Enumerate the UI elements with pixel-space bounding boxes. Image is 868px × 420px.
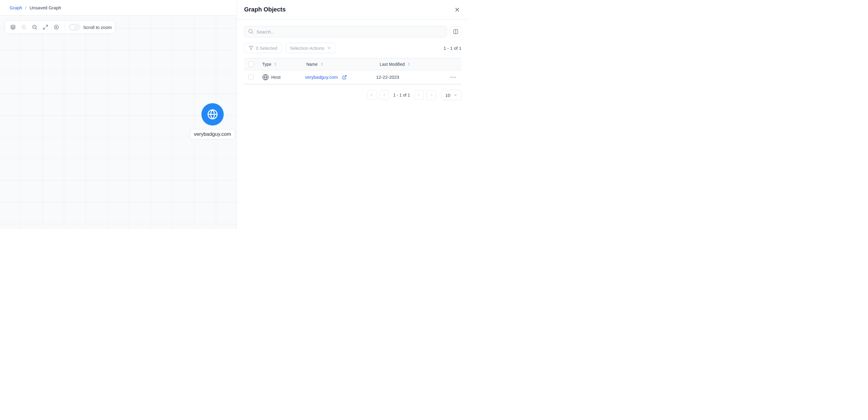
header-checkbox-cell (244, 61, 258, 67)
last-page-icon[interactable] (426, 90, 436, 100)
graph-node[interactable]: verybadguy.com (190, 103, 235, 139)
canvas-toolbar: Scroll to zoom (5, 21, 115, 34)
header-name-label: Name (306, 62, 317, 67)
panel-title: Graph Objects (244, 6, 286, 13)
search-icon (248, 29, 253, 35)
header-last-modified[interactable]: Last Modified (375, 62, 452, 67)
more-icon[interactable] (450, 76, 456, 79)
zoom-out-icon[interactable] (30, 22, 39, 32)
breadcrumb-separator: / (25, 5, 27, 10)
row-type-text: Host (271, 75, 281, 80)
graph-objects-panel: Graph Objects (237, 0, 469, 229)
row-date-text: 12-22-2023 (376, 75, 399, 80)
layers-icon[interactable] (8, 22, 18, 32)
svg-point-26 (455, 77, 456, 78)
svg-point-25 (453, 77, 453, 78)
search-box (244, 26, 447, 37)
search-input[interactable] (256, 29, 443, 34)
breadcrumb-root-link[interactable]: Graph (10, 5, 22, 10)
scroll-zoom-label: Scroll to zoom (83, 25, 112, 30)
prev-page-icon[interactable] (379, 90, 389, 100)
table-row[interactable]: Host verybadguy.com 12-22-2023 (244, 70, 461, 84)
selected-filter-chip[interactable]: 0 Selected (244, 43, 282, 53)
breadcrumb: Graph / Unsaved Graph (10, 5, 61, 10)
header-type[interactable]: Type (258, 62, 302, 67)
svg-line-17 (252, 32, 253, 33)
table-header: Type Name Last Modified (244, 58, 461, 70)
svg-line-9 (43, 28, 45, 29)
reset-icon[interactable] (52, 22, 61, 32)
scroll-zoom-toggle-wrap: Scroll to zoom (69, 24, 112, 30)
filter-left: 0 Selected Selection Actions (244, 43, 336, 53)
row-name-link[interactable]: verybadguy.com (305, 75, 338, 80)
pagination-range: 1 - 1 of 1 (392, 93, 412, 97)
panel-body: 0 Selected Selection Actions 1 - 1 of 1 … (237, 19, 469, 107)
globe-icon (201, 103, 224, 125)
svg-point-24 (451, 77, 452, 78)
breadcrumb-current: Unsaved Graph (30, 5, 61, 10)
page-size-value: 10 (445, 93, 450, 98)
search-row (244, 26, 461, 37)
svg-line-6 (36, 28, 36, 29)
svg-line-23 (344, 76, 346, 78)
header-type-label: Type (262, 62, 271, 67)
filter-row: 0 Selected Selection Actions 1 - 1 of 1 (244, 43, 461, 53)
selected-count-label: 0 Selected (256, 46, 277, 51)
pagination: 1 - 1 of 1 10 (244, 90, 461, 100)
zoom-in-icon[interactable] (19, 22, 29, 32)
chevron-down-icon (453, 93, 458, 97)
sort-icon (407, 62, 411, 66)
row-date-cell: 12-22-2023 (372, 75, 446, 80)
scroll-zoom-toggle[interactable] (69, 24, 80, 30)
svg-marker-0 (11, 25, 16, 27)
result-count: 1 - 1 of 1 (444, 46, 461, 51)
row-checkbox-cell (244, 75, 258, 80)
header-last-modified-label: Last Modified (380, 62, 405, 67)
svg-marker-20 (249, 46, 253, 50)
selection-actions-chip[interactable]: Selection Actions (285, 43, 336, 53)
chevron-down-icon (327, 46, 332, 50)
selection-actions-label: Selection Actions (290, 46, 324, 51)
svg-line-8 (46, 25, 48, 27)
header-name[interactable]: Name (302, 62, 375, 67)
toolbar-separator (65, 23, 65, 31)
graph-canvas[interactable]: Scroll to zoom verybadguy.com (0, 16, 237, 229)
svg-line-2 (25, 28, 26, 29)
page-size-select[interactable]: 10 (441, 90, 461, 100)
row-type-cell: Host (258, 74, 301, 81)
panel-header: Graph Objects (237, 0, 469, 19)
row-name-cell: verybadguy.com (301, 75, 372, 80)
objects-table: Type Name Last Modified (244, 58, 461, 84)
sort-icon (274, 62, 278, 66)
filter-icon (249, 46, 253, 50)
first-page-icon[interactable] (367, 90, 377, 100)
select-all-checkbox[interactable] (248, 61, 254, 67)
panel-layout-icon[interactable] (450, 26, 461, 37)
globe-icon (262, 74, 269, 81)
row-actions-cell (446, 76, 461, 79)
close-icon[interactable] (453, 5, 461, 14)
external-link-icon[interactable] (342, 75, 347, 80)
fit-screen-icon[interactable] (41, 22, 50, 32)
next-page-icon[interactable] (414, 90, 424, 100)
node-label: verybadguy.com (190, 129, 235, 139)
main-split: Scroll to zoom verybadguy.com Graph Obje… (0, 16, 469, 229)
row-checkbox[interactable] (248, 75, 254, 80)
sort-icon (320, 62, 324, 66)
